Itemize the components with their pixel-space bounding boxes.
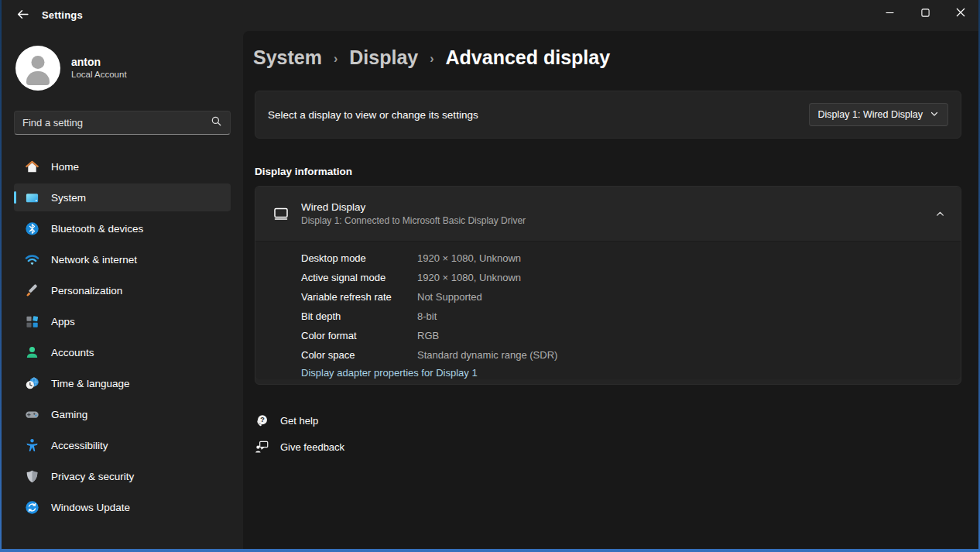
sidebar-item-label: Bluetooth & devices	[51, 223, 143, 235]
minimize-icon	[886, 6, 894, 20]
give-feedback-label: Give feedback	[280, 441, 344, 453]
app-title: Settings	[42, 9, 83, 21]
section-title: Display information	[255, 166, 352, 177]
sidebar-item-windows-update[interactable]: Windows Update	[14, 493, 231, 521]
property-value: Standard dynamic range (SDR)	[417, 349, 557, 361]
property-row: Desktop mode 1920 × 1080, Unknown	[255, 249, 961, 268]
network-icon	[25, 252, 39, 267]
search-input[interactable]	[22, 117, 211, 129]
sidebar-item-apps[interactable]: Apps	[14, 307, 231, 335]
property-value: Not Supported	[417, 291, 482, 303]
breadcrumb-separator: ›	[334, 52, 338, 66]
sidebar-item-label: Accessibility	[51, 440, 108, 451]
display-selector-label: Select a display to view or change its s…	[268, 109, 478, 121]
property-value: RGB	[417, 330, 439, 341]
display-card-subtitle: Display 1: Connected to Microsoft Basic …	[301, 214, 526, 227]
property-label: Variable refresh rate	[301, 291, 417, 303]
property-row: Color format RGB	[255, 326, 961, 345]
breadcrumb-separator: ›	[430, 52, 433, 66]
settings-window: Settings anton Local Account	[2, 0, 978, 549]
sidebar-item-personalization[interactable]: Personalization	[14, 276, 231, 304]
breadcrumb-display[interactable]: Display	[349, 46, 418, 69]
sidebar-item-label: Time & language	[51, 378, 130, 389]
display-selector-card: Select a display to view or change its s…	[255, 91, 961, 139]
sidebar-item-time-language[interactable]: Time & language	[14, 369, 231, 397]
sidebar-item-label: Gaming	[51, 409, 87, 420]
help-icon: ?	[255, 413, 269, 428]
feedback-icon	[255, 440, 269, 454]
back-button[interactable]	[12, 5, 33, 26]
display-selector-value: Display 1: Wired Display	[818, 109, 923, 120]
breadcrumb: System › Display › Advanced display	[253, 46, 610, 69]
window-controls	[872, 0, 978, 26]
home-icon	[25, 159, 39, 174]
sidebar-item-bluetooth-devices[interactable]: Bluetooth & devices	[14, 214, 231, 242]
sidebar-item-label: Windows Update	[51, 502, 130, 513]
property-row: Bit depth 8-bit	[255, 307, 961, 326]
chevron-down-icon	[930, 108, 939, 122]
sidebar-item-label: Apps	[51, 316, 75, 327]
system-icon	[25, 190, 39, 205]
user-profile[interactable]: anton Local Account	[15, 46, 127, 91]
property-label: Desktop mode	[301, 252, 417, 264]
sidebar-item-label: Home	[51, 161, 79, 173]
maximize-icon	[921, 6, 930, 20]
property-label: Color space	[301, 349, 417, 361]
property-label: Bit depth	[301, 310, 417, 322]
accounts-icon	[25, 345, 39, 360]
sidebar-item-label: Network & internet	[51, 254, 137, 266]
maximize-button[interactable]	[907, 0, 943, 26]
sidebar-item-gaming[interactable]: Gaming	[14, 400, 231, 428]
breadcrumb-system[interactable]: System	[253, 46, 322, 69]
minimize-button[interactable]	[872, 0, 907, 26]
property-row: Variable refresh rate Not Supported	[255, 287, 961, 307]
sidebar: anton Local Account Home	[2, 31, 243, 549]
footer-links: ? Get help Give feedback	[255, 410, 344, 458]
accessibility-icon	[25, 438, 39, 453]
apps-icon	[25, 314, 39, 329]
svg-text:?: ?	[260, 416, 265, 423]
search-box[interactable]	[14, 111, 231, 135]
avatar	[15, 46, 60, 91]
display-info-body: Desktop mode 1920 × 1080, Unknown Active…	[255, 242, 961, 379]
sidebar-item-accessibility[interactable]: Accessibility	[14, 431, 231, 459]
close-button[interactable]	[943, 0, 978, 26]
property-row: Color space Standard dynamic range (SDR)	[255, 345, 961, 365]
time-language-icon	[25, 376, 39, 391]
chevron-up-icon[interactable]	[935, 209, 945, 219]
sidebar-item-accounts[interactable]: Accounts	[14, 338, 231, 366]
property-row: Active signal mode 1920 × 1080, Unknown	[255, 268, 961, 287]
sidebar-nav: Home System Bluetooth & devices	[8, 153, 237, 521]
sidebar-item-label: System	[51, 192, 86, 204]
display-card-title: Wired Display	[301, 201, 526, 214]
display-info-expander-header[interactable]: Wired Display Display 1: Connected to Mi…	[255, 187, 961, 242]
selected-accent-bar	[14, 191, 16, 204]
display-adapter-properties-link[interactable]: Display adapter properties for Display 1	[301, 367, 478, 379]
close-icon	[956, 6, 965, 20]
account-type: Local Account	[71, 69, 127, 81]
bluetooth-icon	[25, 221, 39, 236]
main-content: System › Display › Advanced display Sele…	[243, 31, 978, 549]
sidebar-item-system[interactable]: System	[14, 183, 231, 211]
sidebar-item-label: Personalization	[51, 285, 122, 297]
sidebar-item-network-internet[interactable]: Network & internet	[14, 245, 231, 273]
sidebar-item-home[interactable]: Home	[14, 153, 231, 180]
gaming-icon	[25, 407, 39, 422]
display-selector-dropdown[interactable]: Display 1: Wired Display	[809, 103, 948, 126]
property-value: 8-bit	[417, 310, 437, 322]
breadcrumb-current-page: Advanced display	[446, 46, 611, 69]
display-information-card: Wired Display Display 1: Connected to Mi…	[255, 186, 961, 385]
sidebar-item-privacy-security[interactable]: Privacy & security	[14, 462, 231, 490]
privacy-icon	[25, 469, 39, 484]
property-label: Color format	[301, 330, 417, 341]
titlebar: Settings	[2, 0, 978, 31]
personalization-icon	[25, 283, 39, 298]
monitor-icon	[271, 204, 291, 223]
get-help-link[interactable]: ? Get help	[255, 410, 344, 431]
property-label: Active signal mode	[301, 272, 417, 283]
sidebar-item-label: Privacy & security	[51, 471, 134, 482]
windows-update-icon	[25, 500, 39, 515]
property-value: 1920 × 1080, Unknown	[417, 272, 521, 283]
back-arrow-icon	[16, 8, 29, 24]
give-feedback-link[interactable]: Give feedback	[255, 436, 344, 458]
